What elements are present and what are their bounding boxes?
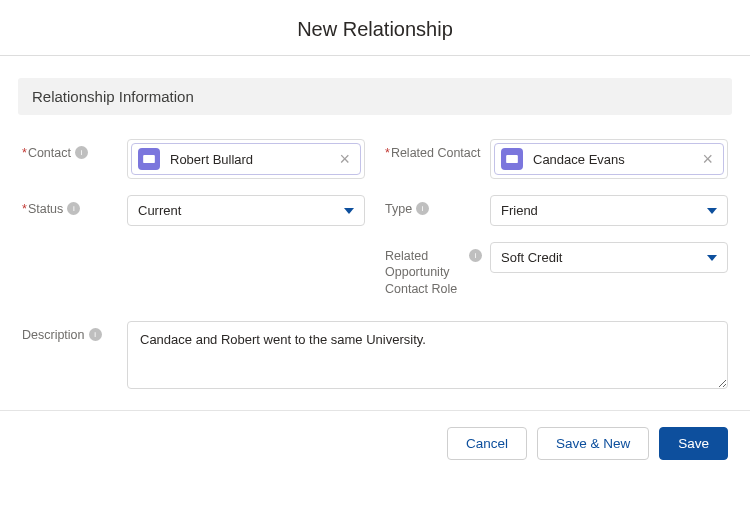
type-label: Type i [385, 195, 490, 217]
modal-title: New Relationship [0, 18, 750, 41]
status-label: *Status i [22, 195, 127, 217]
status-select[interactable]: Current [127, 195, 365, 226]
contact-value: Robert Bullard [170, 152, 325, 167]
modal-header: New Relationship [0, 0, 750, 56]
contact-card-icon [501, 148, 523, 170]
modal-footer: Cancel Save & New Save [0, 410, 750, 478]
status-row: *Status i Current [22, 187, 365, 234]
contact-card-icon [138, 148, 160, 170]
description-row: Description i Candace and Robert went to… [0, 313, 750, 410]
info-icon[interactable]: i [469, 249, 482, 262]
save-button[interactable]: Save [659, 427, 728, 460]
description-label: Description i [22, 321, 127, 343]
save-and-new-button[interactable]: Save & New [537, 427, 649, 460]
info-icon[interactable]: i [89, 328, 102, 341]
type-select[interactable]: Friend [490, 195, 728, 226]
contact-lookup[interactable]: Robert Bullard × [127, 139, 365, 179]
empty-row [22, 234, 365, 305]
new-relationship-modal: New Relationship Relationship Informatio… [0, 0, 750, 478]
contact-row: *Contact i Robert Bullard × [22, 131, 365, 187]
type-value: Friend [501, 203, 538, 218]
chevron-down-icon [707, 255, 717, 261]
description-textarea[interactable]: Candace and Robert went to the same Univ… [127, 321, 728, 389]
related-contact-row: *Related Contact Candace Evans × [385, 131, 728, 187]
related-contact-lookup[interactable]: Candace Evans × [490, 139, 728, 179]
close-icon[interactable]: × [698, 150, 717, 168]
related-role-label: Related Opportunity Contact Role i [385, 242, 490, 297]
section-header: Relationship Information [18, 78, 732, 115]
close-icon[interactable]: × [335, 150, 354, 168]
chevron-down-icon [344, 208, 354, 214]
info-icon[interactable]: i [75, 146, 88, 159]
info-icon[interactable]: i [67, 202, 80, 215]
related-role-select[interactable]: Soft Credit [490, 242, 728, 273]
svg-rect-0 [143, 155, 155, 163]
info-icon[interactable]: i [416, 202, 429, 215]
form-grid: *Contact i Robert Bullard × *Relate [0, 125, 750, 313]
related-role-row: Related Opportunity Contact Role i Soft … [385, 234, 728, 305]
type-row: Type i Friend [385, 187, 728, 234]
cancel-button[interactable]: Cancel [447, 427, 527, 460]
related-role-value: Soft Credit [501, 250, 562, 265]
svg-rect-1 [506, 155, 518, 163]
chevron-down-icon [707, 208, 717, 214]
related-contact-label: *Related Contact [385, 139, 490, 161]
status-value: Current [138, 203, 181, 218]
contact-label: *Contact i [22, 139, 127, 161]
related-contact-value: Candace Evans [533, 152, 688, 167]
